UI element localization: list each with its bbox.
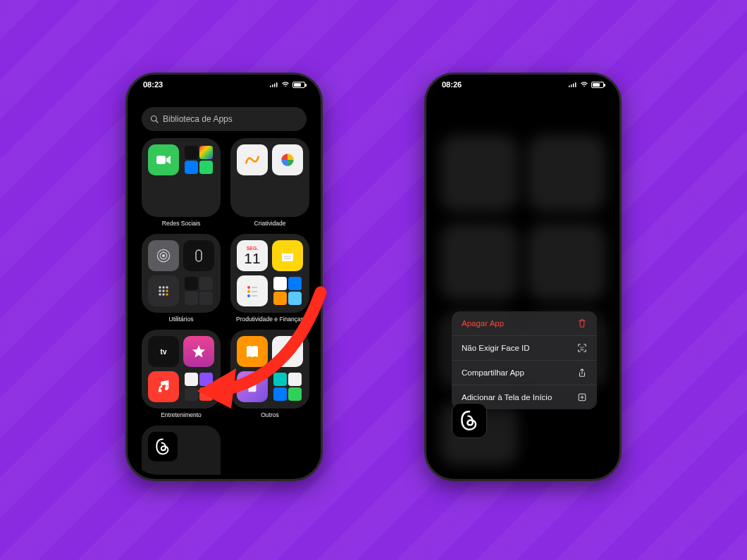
tv-icon: tv <box>148 336 179 367</box>
calculator-icon <box>148 275 179 306</box>
journal-icon <box>237 371 268 402</box>
folder-label: Utilitários <box>169 316 194 323</box>
svg-point-19 <box>166 293 168 295</box>
menu-item-delete-app[interactable]: Apagar App <box>452 311 597 336</box>
folder-outros[interactable]: Outros <box>230 330 309 418</box>
wifi-icon <box>281 82 290 87</box>
folder-entretenimento[interactable]: tv Entretenimento <box>142 330 221 418</box>
svg-point-12 <box>162 286 164 288</box>
app-cluster <box>183 371 214 402</box>
add-home-icon <box>577 392 587 402</box>
health-icon <box>272 336 303 367</box>
context-menu: Apagar App Não Exigir Face ID Compartilh… <box>452 311 597 409</box>
watch-icon <box>183 240 214 271</box>
music-icon <box>148 371 179 402</box>
status-indicators <box>270 80 305 89</box>
svg-rect-32 <box>569 86 570 87</box>
svg-point-24 <box>247 286 250 289</box>
svg-point-18 <box>162 293 164 295</box>
folder-produtividade[interactable]: SEG. 11 <box>230 234 309 323</box>
svg-point-28 <box>247 294 250 297</box>
svg-point-13 <box>166 286 168 288</box>
svg-rect-0 <box>270 86 271 87</box>
calendar-day: 11 <box>244 251 260 266</box>
svg-point-11 <box>159 286 161 288</box>
faceid-icon <box>577 343 587 353</box>
folder-criatividade[interactable]: Criatividade <box>230 138 309 227</box>
svg-rect-3 <box>276 82 278 87</box>
settings-icon <box>148 240 179 271</box>
folder-label: Entretenimento <box>161 411 202 418</box>
menu-label: Compartilhar App <box>462 368 524 377</box>
menu-label: Adicionar à Tela de Início <box>462 393 552 402</box>
books-icon <box>237 336 268 367</box>
reminders-icon <box>237 275 268 306</box>
svg-rect-34 <box>573 84 574 87</box>
menu-item-share-app[interactable]: Compartilhar App <box>452 361 597 385</box>
phone-left: 08:23 Biblioteca de Apps <box>125 73 323 481</box>
svg-rect-6 <box>156 156 166 164</box>
notes-icon <box>272 240 303 271</box>
phone-right: 08:26 Apagar App Não Exigir Face ID C <box>424 73 622 481</box>
home-screen-blurred: Apagar App Não Exigir Face ID Compartilh… <box>431 79 615 475</box>
svg-rect-1 <box>272 85 273 87</box>
svg-point-17 <box>159 293 161 295</box>
calendar-icon: SEG. 11 <box>237 240 268 271</box>
page-background <box>0 0 747 560</box>
home-screen: Biblioteca de Apps Redes Sociais <box>132 79 316 475</box>
signal-icon <box>569 82 577 87</box>
svg-point-30 <box>159 389 162 392</box>
notch <box>182 75 266 92</box>
folder-label: Outros <box>261 411 279 418</box>
folder-ocultos[interactable]: Ocultos <box>142 425 221 475</box>
svg-point-16 <box>166 290 168 292</box>
app-cluster <box>272 371 303 402</box>
menu-label: Não Exigir Face ID <box>462 344 530 352</box>
search-icon <box>150 115 159 123</box>
app-library-search[interactable]: Biblioteca de Apps <box>142 107 307 131</box>
itunes-store-icon <box>183 336 214 367</box>
folder-label: Redes Sociais <box>162 220 200 227</box>
facetime-icon <box>148 144 179 175</box>
search-placeholder: Biblioteca de Apps <box>163 114 233 124</box>
battery-icon <box>292 82 305 88</box>
clock: 08:26 <box>442 80 462 89</box>
notch <box>481 75 565 92</box>
menu-item-no-faceid[interactable]: Não Exigir Face ID <box>452 336 597 361</box>
svg-point-37 <box>583 347 584 347</box>
svg-rect-33 <box>571 85 572 87</box>
clock: 08:23 <box>143 80 163 89</box>
app-cluster <box>183 275 214 306</box>
signal-icon <box>270 82 278 87</box>
google-photos-icon <box>272 144 303 175</box>
app-library-grid: Redes Sociais <box>142 138 307 465</box>
folder-utilitarios[interactable]: Utilitários <box>142 234 221 323</box>
svg-point-31 <box>165 387 168 390</box>
svg-rect-21 <box>282 250 293 254</box>
svg-line-5 <box>156 120 158 123</box>
share-icon <box>577 368 587 378</box>
svg-point-15 <box>162 290 164 292</box>
svg-rect-35 <box>575 82 576 87</box>
svg-rect-2 <box>274 84 276 87</box>
app-cluster <box>183 144 214 175</box>
freeform-icon <box>237 144 268 175</box>
svg-point-14 <box>159 290 161 292</box>
svg-point-4 <box>152 116 157 122</box>
svg-point-36 <box>580 347 581 347</box>
folder-label: Criatividade <box>254 220 286 227</box>
wifi-icon <box>580 82 588 87</box>
threads-app-icon[interactable] <box>148 432 178 461</box>
threads-app-icon[interactable] <box>452 403 487 438</box>
battery-icon <box>591 82 604 88</box>
app-cluster <box>272 275 303 306</box>
svg-point-9 <box>162 254 165 257</box>
folder-redes-sociais[interactable]: Redes Sociais <box>142 138 221 227</box>
status-indicators <box>569 80 604 89</box>
svg-rect-10 <box>196 250 202 261</box>
svg-point-26 <box>247 290 250 293</box>
menu-label: Apagar App <box>462 319 504 328</box>
trash-icon <box>577 318 587 328</box>
folder-label: Produtividade e Finanças <box>236 316 304 323</box>
